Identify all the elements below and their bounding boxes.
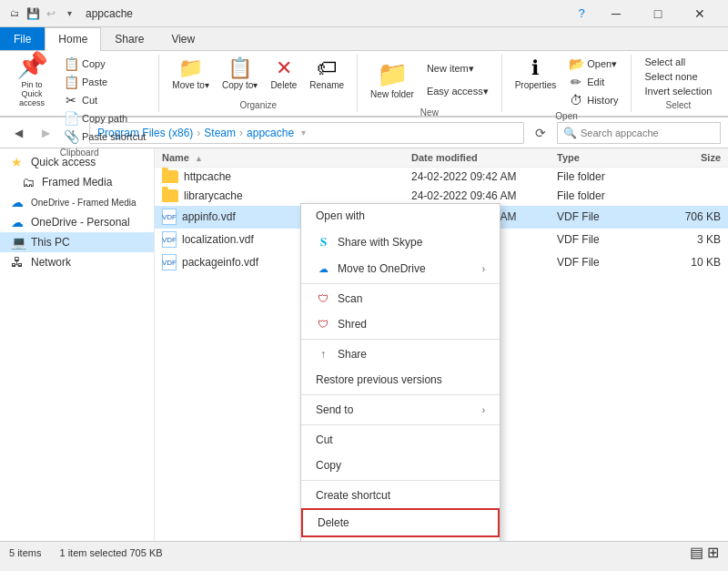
copy-to-button[interactable]: 📋 Copy to▾ [217, 55, 263, 94]
ctx-delete-label: Delete [318, 516, 349, 529]
copy-icon: 📋 [64, 56, 78, 71]
ctx-move-onedrive[interactable]: ☁ Move to OneDrive › [301, 256, 500, 281]
col-header-name[interactable]: Name ▲ [162, 152, 411, 163]
vdf-icon-packageinfo: VDF [162, 254, 177, 270]
status-selected-info: 1 item selected 705 KB [59, 547, 162, 558]
paste-button[interactable]: 📋 Paste [58, 73, 151, 91]
list-view-icon[interactable]: ▤ [690, 544, 703, 561]
ctx-delete[interactable]: Delete [301, 508, 500, 537]
maximize-button[interactable]: □ [637, 0, 679, 27]
dropdown-icon[interactable]: ▾ [62, 6, 76, 21]
col-header-date[interactable]: Date modified [411, 152, 557, 163]
path-part-appcache[interactable]: appcache [247, 127, 294, 139]
ribbon-group-clipboard: 📌 Pin to Quickaccess 📋 Copy 📋 Paste ✂ Cu… [0, 55, 159, 112]
file-date-httpcache: 24-02-2022 09:42 AM [411, 170, 557, 183]
folder-icon-framed: 🗂 [22, 175, 36, 189]
ctx-scan[interactable]: 🛡 Scan [301, 286, 500, 311]
sidebar-item-onedrive-framed[interactable]: ☁ OneDrive - Framed Media [0, 192, 154, 212]
sidebar-item-this-pc[interactable]: 💻 This PC [0, 232, 154, 252]
rename-label: Rename [309, 80, 344, 90]
search-input[interactable] [581, 127, 714, 138]
save-icon[interactable]: 💾 [25, 6, 40, 21]
path-part-steam[interactable]: Steam [204, 127, 236, 139]
ctx-copy-label: Copy [316, 459, 341, 472]
open-small-group: 📂 Open▾ ✏ Edit ⏱ History [563, 55, 623, 109]
file-type-librarycache: File folder [557, 189, 648, 202]
ctx-open-with-label: Open with [316, 209, 365, 222]
ribbon-tabs: File Home Share View [0, 27, 728, 51]
path-dropdown-icon[interactable]: ▾ [301, 127, 306, 138]
help-button[interactable]: ? [568, 0, 595, 27]
select-none-button[interactable]: Select none [639, 69, 717, 84]
paste-shortcut-icon: 📎 [64, 129, 78, 144]
easy-access-label: Easy access▾ [427, 86, 489, 97]
ctx-cut-label: Cut [316, 433, 333, 446]
ctx-send-to[interactable]: Send to › [301, 397, 500, 423]
ctx-create-shortcut[interactable]: Create shortcut [301, 483, 500, 508]
sidebar-item-onedrive-personal[interactable]: ☁ OneDrive - Personal [0, 212, 154, 232]
ctx-cut[interactable]: Cut [301, 427, 500, 453]
easy-access-button[interactable]: Easy access▾ [421, 84, 494, 99]
clipboard-items: 📌 Pin to Quickaccess 📋 Copy 📋 Paste ✂ Cu… [7, 55, 151, 146]
file-name-httpcache: httpcache [184, 170, 411, 183]
ctx-shred[interactable]: 🛡 Shred [301, 311, 500, 337]
file-type-packageinfo: VDF File [557, 256, 648, 269]
rename-button[interactable]: 🏷 Rename [304, 55, 349, 94]
col-date-label: Date modified [411, 152, 478, 163]
tab-file[interactable]: File [0, 27, 45, 50]
pin-to-quick-access-button[interactable]: 📌 Pin to Quickaccess [7, 55, 56, 106]
ctx-sep-4 [301, 424, 500, 425]
sidebar-item-network[interactable]: 🖧 Network [0, 252, 154, 272]
refresh-button[interactable]: ⟳ [530, 122, 551, 144]
edit-button[interactable]: ✏ Edit [563, 73, 623, 91]
ctx-share-skype[interactable]: 𝐒 Share with Skype [301, 229, 500, 256]
copy-button[interactable]: 📋 Copy [58, 55, 151, 73]
copy-path-button[interactable]: 📄 Copy path [58, 109, 151, 127]
ctx-share[interactable]: ↑ Share [301, 342, 500, 367]
minimize-button[interactable]: ─ [595, 0, 637, 27]
col-header-type[interactable]: Type [557, 152, 648, 163]
close-button[interactable]: ✕ [679, 0, 721, 27]
new-item-button[interactable]: New item▾ [421, 61, 494, 76]
status-item-count: 5 items [9, 547, 41, 558]
delete-icon: ✕ [276, 58, 292, 78]
title-bar-left: 🗂 💾 ↩ ▾ appcache [7, 6, 568, 21]
delete-ribbon-label: Delete [270, 80, 297, 90]
ctx-restore-versions[interactable]: Restore previous versions [301, 367, 500, 393]
ctx-open-with[interactable]: Open with [301, 204, 500, 229]
history-button[interactable]: ⏱ History [563, 91, 623, 109]
paste-icon: 📋 [64, 75, 78, 89]
copy-to-label: Copy to▾ [222, 80, 258, 90]
copy-path-label: Copy path [82, 113, 127, 124]
file-row-httpcache[interactable]: httpcache 24-02-2022 09:42 AM File folde… [155, 168, 728, 187]
sidebar-item-framed-media[interactable]: 🗂 Framed Media [0, 172, 154, 192]
open-ribbon-button[interactable]: 📂 Open▾ [563, 55, 623, 73]
search-icon: 🔍 [563, 127, 577, 139]
view-toggle: ▤ ⊞ [690, 544, 719, 561]
move-to-button[interactable]: 📁 Move to▾ [167, 55, 215, 94]
paste-shortcut-button[interactable]: 📎 Paste shortcut [58, 127, 151, 146]
ctx-rename[interactable]: Rename [301, 537, 500, 541]
invert-selection-button[interactable]: Invert selection [639, 84, 717, 98]
cut-button[interactable]: ✂ Cut [58, 91, 151, 109]
ctx-sep-1 [301, 283, 500, 284]
ctx-copy[interactable]: Copy [301, 453, 500, 478]
search-box: 🔍 [557, 122, 721, 144]
ctx-scan-label: Scan [338, 292, 362, 305]
properties-button[interactable]: ℹ Properties [510, 55, 562, 94]
cloud-icon-framed: ☁ [11, 195, 25, 209]
rename-icon: 🏷 [317, 58, 337, 78]
ribbon-group-select: Select all Select none Invert selection … [632, 55, 724, 112]
share-icon: ↑ [316, 348, 330, 361]
tab-home[interactable]: Home [45, 27, 101, 51]
delete-ribbon-button[interactable]: ✕ Delete [265, 55, 302, 94]
address-path[interactable]: Program Files (x86) › Steam › appcache ▾ [89, 122, 524, 144]
pc-icon: 💻 [11, 235, 25, 250]
tab-share[interactable]: Share [101, 27, 157, 50]
grid-view-icon[interactable]: ⊞ [707, 544, 719, 561]
col-header-size[interactable]: Size [648, 152, 721, 163]
new-folder-button[interactable]: 📁 New folder [365, 55, 420, 106]
select-all-button[interactable]: Select all [639, 55, 717, 69]
tab-view[interactable]: View [157, 27, 208, 50]
undo-icon[interactable]: ↩ [44, 6, 58, 21]
